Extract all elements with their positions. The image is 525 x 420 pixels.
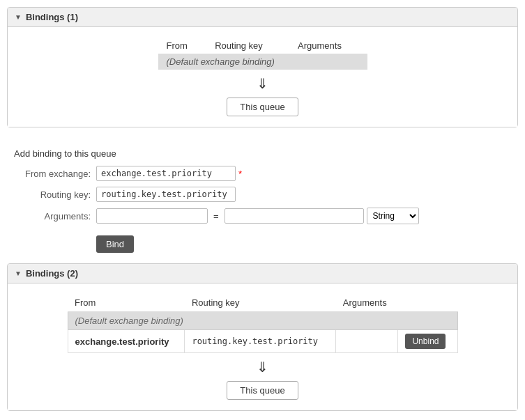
routing-key-input[interactable]	[96, 187, 236, 202]
from-exchange-label: From exchange:	[14, 169, 91, 179]
down-arrow-1: ⇓	[22, 75, 503, 92]
default-binding-row-2: (Default exchange binding)	[68, 312, 457, 330]
routing-key-row: Routing key:	[14, 187, 511, 202]
default-binding-cell-2: (Default exchange binding)	[68, 312, 457, 330]
bindings-2-title: Bindings (2)	[26, 268, 78, 279]
down-arrow-2: ⇓	[22, 359, 503, 375]
arguments-label: Arguments:	[14, 211, 91, 221]
bind-button[interactable]: Bind	[96, 235, 134, 253]
col-from-2: From	[68, 294, 185, 312]
default-binding-row-1: (Default exchange binding)	[158, 54, 367, 70]
this-queue-button-1[interactable]: This queue	[227, 98, 298, 116]
required-star: *	[238, 169, 242, 179]
exchange-cell: exchange.test.priority	[68, 330, 185, 353]
bindings-1-title: Bindings (1)	[26, 12, 78, 22]
bindings-2-header[interactable]: ▼ Bindings (2)	[8, 264, 517, 283]
args-key-input[interactable]	[96, 208, 208, 224]
col-from-1: From	[158, 38, 207, 54]
bindings-1-body: From Routing key Arguments (Default exch…	[8, 27, 517, 127]
arguments-cell	[336, 330, 398, 353]
unbind-cell: Unbind	[398, 330, 457, 353]
col-routing-key-1: Routing key	[206, 38, 289, 54]
bindings-2-header-row: From Routing key Arguments	[68, 294, 457, 312]
bindings-1-table: From Routing key Arguments (Default exch…	[158, 38, 367, 70]
bindings-1-section: ▼ Bindings (1) From Routing key Argument…	[7, 7, 518, 127]
routing-key-label: Routing key:	[14, 189, 91, 200]
exchange-binding-row: exchange.test.priority routing.key.test.…	[68, 330, 457, 353]
default-binding-cell-1: (Default exchange binding)	[158, 54, 367, 70]
col-action-2	[398, 294, 457, 312]
arguments-inputs: = String Number Boolean List	[96, 208, 419, 224]
unbind-button[interactable]: Unbind	[405, 334, 446, 349]
routing-key-cell: routing.key.test.priority	[185, 330, 336, 353]
bindings-2-table: From Routing key Arguments (Default exch…	[68, 294, 458, 353]
bindings-1-header[interactable]: ▼ Bindings (1)	[8, 8, 517, 27]
this-queue-button-2[interactable]: This queue	[227, 381, 298, 400]
add-binding-title: Add binding to this queue	[14, 148, 511, 159]
col-arguments-2: Arguments	[336, 294, 398, 312]
collapse-icon-1: ▼	[15, 13, 22, 21]
bindings-2-section: ▼ Bindings (2) From Routing key Argument…	[7, 263, 518, 411]
from-exchange-row: From exchange: *	[14, 166, 511, 181]
col-arguments-1: Arguments	[289, 38, 367, 54]
type-select[interactable]: String Number Boolean List	[367, 208, 419, 224]
arguments-row: Arguments: = String Number Boolean List	[14, 208, 511, 224]
bindings-2-body: From Routing key Arguments (Default exch…	[8, 283, 517, 410]
args-value-input[interactable]	[225, 208, 364, 224]
col-routing-key-2: Routing key	[185, 294, 336, 312]
from-exchange-input[interactable]	[96, 166, 236, 181]
add-binding-section: Add binding to this queue From exchange:…	[7, 138, 518, 263]
collapse-icon-2: ▼	[15, 270, 22, 277]
equals-sign: =	[213, 211, 219, 221]
